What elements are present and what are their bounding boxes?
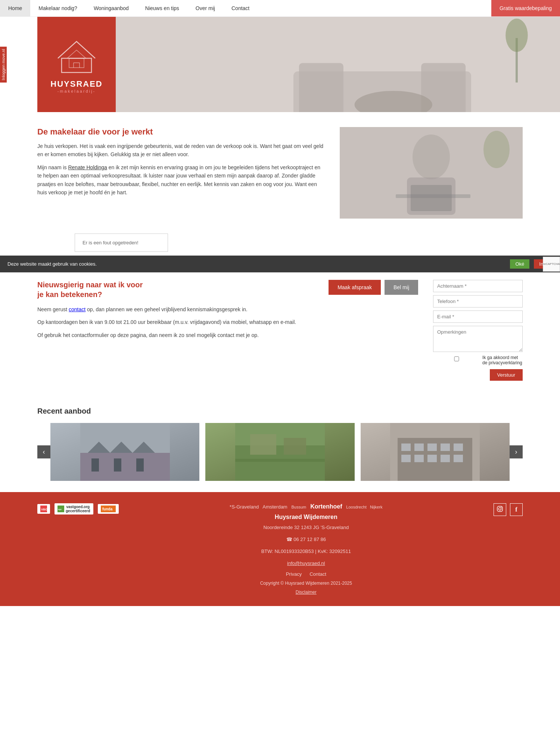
house-logo-icon (52, 36, 101, 77)
recent-heading: Recent aanbod (37, 407, 523, 415)
svg-point-13 (413, 135, 450, 179)
footer-email-link[interactable]: info@huysraed.nl (287, 560, 325, 566)
svg-rect-36 (441, 444, 450, 451)
footer-disclaimer: Disclaimer (119, 590, 494, 595)
svg-rect-40 (427, 455, 437, 462)
submit-button[interactable]: Verstuur (490, 369, 523, 381)
property-item-3[interactable] (361, 423, 510, 481)
svg-rect-33 (401, 444, 411, 451)
main-nav: Home Makelaar nodig? Woningaanbod Nieuws… (0, 0, 560, 17)
brand-name: HUYSRAED (50, 79, 102, 89)
telefoon-input[interactable] (433, 295, 523, 307)
footer-privacy-link[interactable]: Privacy (286, 571, 302, 577)
svg-rect-24 (114, 458, 121, 472)
footer-social: f (494, 503, 523, 516)
footer-links: Privacy Contact (119, 571, 494, 577)
svg-rect-27 (235, 445, 325, 481)
nav-woningaanbod[interactable]: Woningaanbod (85, 0, 137, 16)
svg-rect-42 (454, 455, 463, 462)
svg-rect-23 (91, 458, 99, 472)
property-item-2[interactable] (205, 423, 354, 481)
opmerkingen-input[interactable] (433, 326, 523, 352)
footer-address: Noordereinde 32 1243 JG 'S-Graveland (119, 523, 494, 532)
footer-btw: BTW: NL001933320B53 | KvK: 32092511 (119, 547, 494, 556)
svg-rect-7 (299, 63, 343, 112)
vastgoed-logo: vgc vastgoed.orggecertificeerd (55, 503, 93, 514)
cookie-bar: Deze website maakt gebruik van cookies. … (0, 256, 560, 272)
svg-rect-39 (414, 455, 424, 462)
svg-rect-41 (441, 455, 450, 462)
contact-buttons: Maak afspraak Bel mij (329, 280, 418, 295)
footer-copyright: Copyright © Huysraed Wijdemeren 2021-202… (119, 581, 494, 586)
contact-heading: Nieuwsgierig naar wat ik voor je kan bet… (37, 280, 149, 299)
hero-section: Inloggen move.nl HUYSRAED -makelaardij- (0, 17, 560, 112)
funda-logo: funda (98, 504, 119, 514)
footer-phone: ☎ 06 27 12 87 86 (119, 535, 494, 544)
footer-email: info@huysraed.nl (119, 559, 494, 568)
main-photo-area (340, 127, 523, 219)
cookie-ok-button[interactable]: Oké (510, 259, 529, 269)
achternaam-input[interactable] (433, 280, 523, 292)
recaptcha-badge: reCAPTCHA (543, 257, 560, 272)
svg-rect-25 (136, 458, 144, 472)
brand-sub: -makelaardij- (57, 89, 96, 93)
carousel-items (50, 423, 510, 481)
error-message: Er is een fout opgetreden! (83, 240, 139, 245)
cookie-message: Deze website maakt gebruik van cookies. (7, 261, 505, 267)
main-paragraph-2: Mijn naam is Renate Holdinga en ik zet m… (37, 163, 325, 197)
footer-logos: VBO vgc vastgoed.orggecertificeerd funda (37, 503, 119, 514)
privacy-label: Ik ga akkoord met de privacyverklaring (482, 355, 523, 365)
carousel-prev-button[interactable]: ‹ (37, 445, 50, 458)
contact-p1: Neem gerust contact op, dan plannen we e… (37, 305, 418, 313)
main-content-section: De makelaar die voor je werkt Je huis ve… (0, 112, 560, 234)
footer-disclaimer-link[interactable]: Disclaimer (296, 590, 317, 595)
carousel-next-button[interactable]: › (510, 445, 523, 458)
instagram-link[interactable] (494, 503, 506, 516)
nav-home[interactable]: Home (0, 0, 30, 16)
contact-form: Ik ga akkoord met de privacyverklaring V… (433, 280, 523, 381)
svg-point-51 (501, 507, 502, 508)
make-appointment-button[interactable]: Maak afspraak (329, 280, 381, 295)
svg-point-11 (505, 19, 528, 52)
contact-p2: Op kantoordagen ben ik van 9.00 tot 21.0… (37, 318, 418, 326)
privacy-row: Ik ga akkoord met de privacyverklaring (433, 355, 523, 365)
svg-rect-37 (454, 444, 463, 451)
footer-contact-link[interactable]: Contact (309, 571, 326, 577)
contact-p3: Of gebruik het contactformulier op deze … (37, 331, 418, 339)
recent-section: Recent aanbod ‹ (0, 396, 560, 492)
hero-left-bar: Inloggen move.nl (0, 17, 37, 112)
hero-logo-box: HUYSRAED -makelaardij- (37, 17, 116, 112)
agent-name-link[interactable]: Renate Holdinga (68, 164, 107, 170)
contact-section: Nieuwsgierig naar wat ik voor je kan bet… (0, 272, 560, 396)
contact-form-area: Ik ga akkoord met de privacyverklaring V… (433, 280, 523, 381)
svg-text:VBO: VBO (41, 508, 47, 511)
facebook-link[interactable]: f (510, 503, 523, 516)
svg-rect-28 (250, 434, 276, 455)
nav-contact[interactable]: Contact (223, 0, 258, 16)
facebook-icon: f (515, 506, 517, 513)
footer-locations: *S-Graveland Amsterdam Bussum Kortenhoef… (119, 503, 494, 510)
email-input[interactable] (433, 310, 523, 323)
svg-rect-35 (427, 444, 437, 451)
vbo-logo: VBO (37, 504, 50, 514)
footer-location-bold: Kortenhoef (310, 503, 342, 510)
svg-rect-0 (62, 58, 91, 72)
main-text-area: De makelaar die voor je werkt Je huis ve… (37, 127, 325, 201)
nav-makelaar[interactable]: Makelaar nodig? (30, 0, 85, 16)
main-paragraph-1: Je huis verkopen. Het is vaak een ingrij… (37, 142, 325, 159)
main-heading: De makelaar die voor je werkt (37, 127, 325, 137)
error-box: Er is een fout opgetreden! (75, 234, 168, 252)
footer-center: *S-Graveland Amsterdam Bussum Kortenhoef… (119, 503, 494, 595)
svg-rect-34 (414, 444, 424, 451)
property-item-1[interactable] (50, 423, 199, 481)
svg-text:vgc: vgc (58, 508, 62, 510)
nav-nieuws[interactable]: Nieuws en tips (137, 0, 187, 16)
privacy-checkbox[interactable] (433, 356, 480, 361)
nav-waardebepaling[interactable]: Gratis waardebepaling (491, 0, 560, 16)
nav-over[interactable]: Over mij (187, 0, 223, 16)
call-me-button[interactable]: Bel mij (385, 280, 418, 295)
contact-link[interactable]: contact (69, 306, 85, 312)
footer-company-name: Huysraed Wijdemeren (119, 514, 494, 520)
inloggen-link[interactable]: Inloggen move.nl (0, 47, 7, 83)
property-carousel: ‹ (37, 423, 523, 481)
